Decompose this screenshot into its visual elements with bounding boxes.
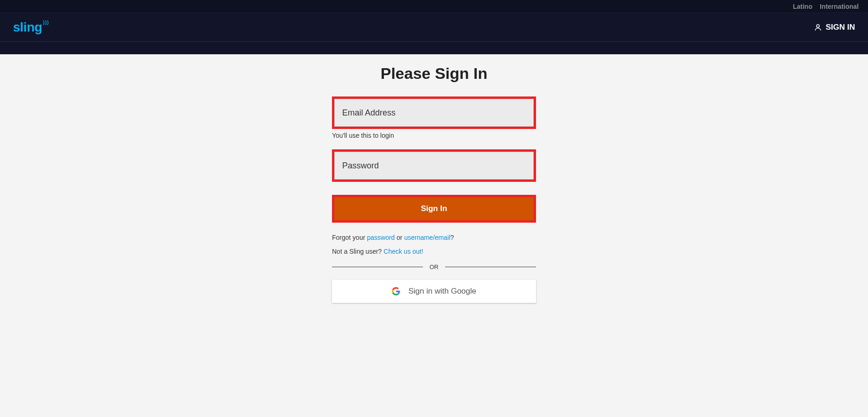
forgot-password-link[interactable]: password: [367, 234, 395, 241]
header-signin-button[interactable]: SIGN IN: [814, 23, 855, 32]
header-signin-label: SIGN IN: [826, 23, 855, 32]
divider-text: OR: [423, 263, 445, 270]
divider-line-left: [332, 267, 423, 267]
password-input[interactable]: [334, 152, 534, 180]
forgot-line: Forgot your password or username/email?: [332, 234, 536, 241]
forgot-username-link[interactable]: username/email: [404, 234, 451, 241]
user-icon: [814, 23, 822, 32]
international-link[interactable]: International: [820, 3, 859, 10]
main-header: sling))) SIGN IN: [0, 13, 868, 42]
google-icon: [392, 287, 400, 295]
signin-button[interactable]: Sign In: [334, 197, 534, 220]
page-title: Please Sign In: [381, 64, 488, 83]
not-user-line: Not a Sling user? Check us out!: [332, 248, 536, 255]
signin-form: You'll use this to login Sign In Forgot …: [332, 96, 536, 303]
svg-point-0: [817, 25, 819, 27]
sub-header-bar: [0, 42, 868, 54]
check-us-out-link[interactable]: Check us out!: [383, 248, 423, 255]
password-highlight: [332, 149, 536, 182]
sling-logo[interactable]: sling))): [13, 20, 48, 35]
or-divider: OR: [332, 263, 536, 270]
email-hint: You'll use this to login: [332, 132, 536, 139]
main-content: Please Sign In You'll use this to login …: [0, 54, 868, 303]
google-signin-label: Sign in with Google: [408, 287, 476, 296]
email-highlight: [332, 96, 536, 129]
top-locale-bar: Latino International: [0, 0, 868, 13]
email-input[interactable]: [334, 99, 534, 127]
google-signin-button[interactable]: Sign in with Google: [332, 280, 536, 303]
latino-link[interactable]: Latino: [793, 3, 812, 10]
divider-line-right: [445, 267, 536, 267]
signin-button-highlight: Sign In: [332, 195, 536, 223]
